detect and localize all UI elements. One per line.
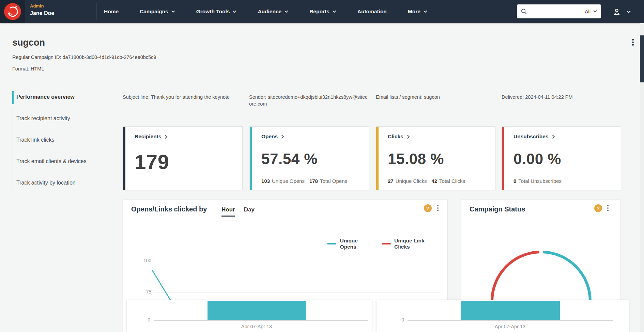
chevron-right-icon <box>552 135 555 139</box>
legend-unique-link-clicks[interactable]: Unique Link Clicks <box>382 238 438 250</box>
top-navbar: Admin Jane Doe Home Campaigns Growth Too… <box>0 0 644 23</box>
nav-item-growth-tools[interactable]: Growth Tools <box>196 9 237 15</box>
chevron-down-icon <box>232 10 236 13</box>
nav-item-home[interactable]: Home <box>104 9 119 15</box>
recipients-card-link[interactable]: Recipients <box>135 133 235 140</box>
card-accent-stripe <box>123 127 125 190</box>
chevron-down-icon <box>332 10 336 13</box>
campaign-status-help-icon[interactable]: ? <box>594 204 602 212</box>
sidebar-item-track-link-clicks[interactable]: Track link clicks <box>16 137 54 144</box>
user-account-menu[interactable] <box>612 7 636 17</box>
account-switcher[interactable]: Admin Jane Doe <box>30 3 95 20</box>
card-label: Opens <box>261 133 278 140</box>
nav-item-reports[interactable]: Reports <box>309 9 336 15</box>
unique-opens-count: 103 <box>261 178 270 184</box>
total-opens-label: Total Opens <box>320 178 347 184</box>
account-role-label: Admin <box>30 3 95 9</box>
search-scope-dropdown[interactable]: All <box>585 9 597 14</box>
person-icon <box>612 7 621 16</box>
tab-day[interactable]: Day <box>244 206 255 216</box>
card-accent-stripe <box>502 127 504 190</box>
total-opens-count: 178 <box>309 178 318 184</box>
chevron-right-icon <box>281 135 284 139</box>
sidebar-item-performance-overview[interactable]: Performance overview <box>16 94 75 101</box>
gauge-segment-red <box>492 252 539 301</box>
stat-card-recipients: Recipients 179 <box>123 126 243 190</box>
y-tick-0: 0 <box>390 317 404 322</box>
sidebar-active-indicator <box>12 91 14 104</box>
unsubscribes-card-link[interactable]: Unsubscribes <box>513 133 614 140</box>
card-label: Recipients <box>135 133 161 140</box>
chart-help-icon[interactable]: ? <box>424 204 432 212</box>
bar-apr07-apr13 <box>461 301 560 320</box>
opens-links-chart-title: Opens/Links clicked by <box>131 205 207 213</box>
card-label: Clicks <box>388 133 403 140</box>
campaign-status-kebab-icon[interactable] <box>605 204 611 212</box>
delivered-line: Delivered: 2024-04-11 04:22 PM <box>502 94 619 100</box>
x-axis-category-label: Apr 07-Apr 13 <box>214 324 299 329</box>
bar-apr07-apr13 <box>208 301 306 320</box>
search-input[interactable] <box>530 9 585 15</box>
opens-rate-value: 57.54 % <box>261 140 362 178</box>
nav-item-more[interactable]: More <box>408 9 427 15</box>
nav-item-campaigns[interactable]: Campaigns <box>140 9 175 15</box>
nav-item-automation[interactable]: Automation <box>357 9 387 15</box>
nav-label: Home <box>104 9 119 15</box>
nav-label: More <box>408 9 420 15</box>
legend-label: Unique Opens <box>340 238 372 250</box>
recipients-value: 179 <box>135 140 235 184</box>
brand-logo[interactable] <box>0 0 25 23</box>
nav-label: Audience <box>258 9 281 15</box>
page-actions-kebab-icon[interactable] <box>630 38 636 46</box>
unique-opens-label: Unique Opens <box>272 178 305 184</box>
nav-label: Reports <box>309 9 329 15</box>
page-scrollbar[interactable] <box>640 23 644 332</box>
global-search: All <box>517 4 601 18</box>
stat-card-clicks: Clicks 15.08 % 27Unique Clicks 42Total C… <box>376 126 495 190</box>
chart-interval-tabs: Hour Day <box>221 206 255 217</box>
gridline-75 <box>154 292 440 293</box>
sender-line: Sender: sitecoredemo+dkqdjsblui32n1hkzs8… <box>249 94 370 107</box>
opens-substats: 103Unique Opens 178Total Opens <box>261 178 362 184</box>
campaign-status-gauge <box>490 250 592 303</box>
moosend-logo-icon <box>4 3 21 20</box>
total-clicks-label: Total Clicks <box>439 178 465 184</box>
sidebar-item-track-email-clients-devices[interactable]: Track email clients & devices <box>16 158 87 166</box>
scrollbar-thumb[interactable] <box>640 35 644 82</box>
nav-label: Campaigns <box>140 9 168 15</box>
chevron-down-icon <box>627 11 631 13</box>
total-clicks-count: 42 <box>431 178 437 184</box>
nav-item-audience[interactable]: Audience <box>258 9 288 15</box>
sidebar-rail <box>13 91 13 191</box>
gridline-100 <box>154 261 440 261</box>
gauge-segment-teal <box>543 252 590 301</box>
campaign-status-title: Campaign Status <box>470 205 525 213</box>
overlay-bar-panel-left: 0 Apr 07-Apr 13 <box>127 300 372 332</box>
card-label: Unsubscribes <box>513 133 549 140</box>
sidebar-item-track-recipient-activity[interactable]: Track recipient activity <box>16 115 70 123</box>
search-icon <box>521 9 527 14</box>
overlay-bar-panel-right: 0 Apr 07-Apr 13 <box>377 300 629 332</box>
campaign-format-line: Format: HTML <box>12 66 44 72</box>
search-scope-value: All <box>585 9 591 14</box>
total-unsubscribes-count: 0 <box>513 178 516 184</box>
tab-hour[interactable]: Hour <box>221 206 235 217</box>
stat-card-unsubscribes: Unsubscribes 0.00 % 0Total Unsubscribes <box>502 126 621 190</box>
opens-card-link[interactable]: Opens <box>261 133 362 140</box>
legend-unique-opens[interactable]: Unique Opens <box>327 238 373 250</box>
nav-label: Growth Tools <box>196 9 230 15</box>
clicks-card-link[interactable]: Clicks <box>388 133 488 140</box>
clicks-substats: 27Unique Clicks 42Total Clicks <box>388 178 488 184</box>
sidebar-item-track-activity-by-location[interactable]: Track activity by location <box>16 180 76 187</box>
y-tick-100: 100 <box>136 258 151 263</box>
unique-opens-line-series <box>151 269 173 303</box>
nav-label: Automation <box>357 9 387 15</box>
main-navigation: Home Campaigns Growth Tools Audience Rep… <box>104 0 427 23</box>
chevron-down-icon <box>284 10 288 13</box>
chevron-down-icon <box>171 10 175 13</box>
legend-swatch-red <box>382 243 391 244</box>
campaign-id-line: Regular Campaign ID: da71800b-3d00-4d1d-… <box>12 54 156 60</box>
unsubscribes-substats: 0Total Unsubscribes <box>513 178 614 184</box>
account-user-name: Jane Doe <box>30 9 95 17</box>
chart-menu-kebab-icon[interactable] <box>435 204 441 212</box>
